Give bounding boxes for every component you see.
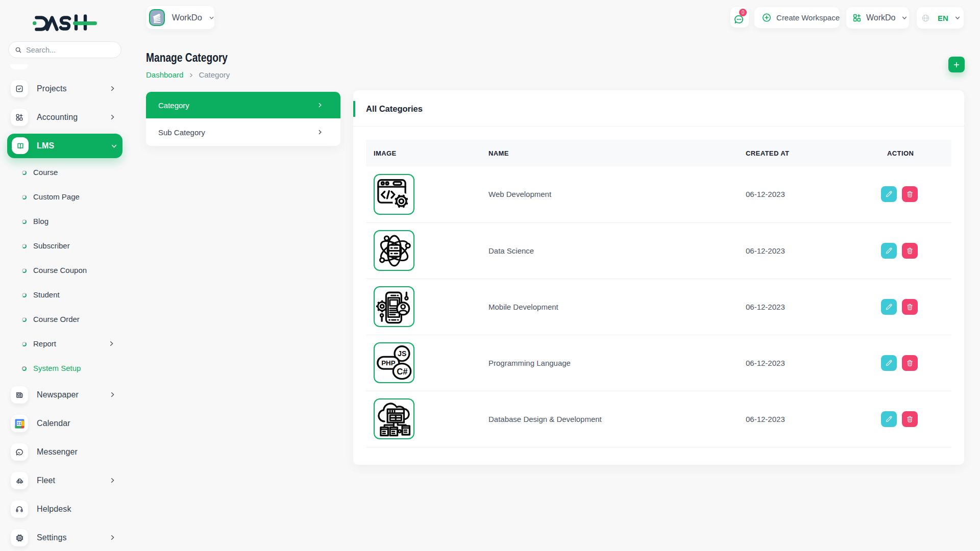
svg-text:C#: C# bbox=[397, 366, 407, 376]
svg-text:PHP: PHP bbox=[381, 359, 395, 367]
svg-text:31: 31 bbox=[16, 421, 21, 425]
svg-text:JS: JS bbox=[398, 349, 406, 358]
